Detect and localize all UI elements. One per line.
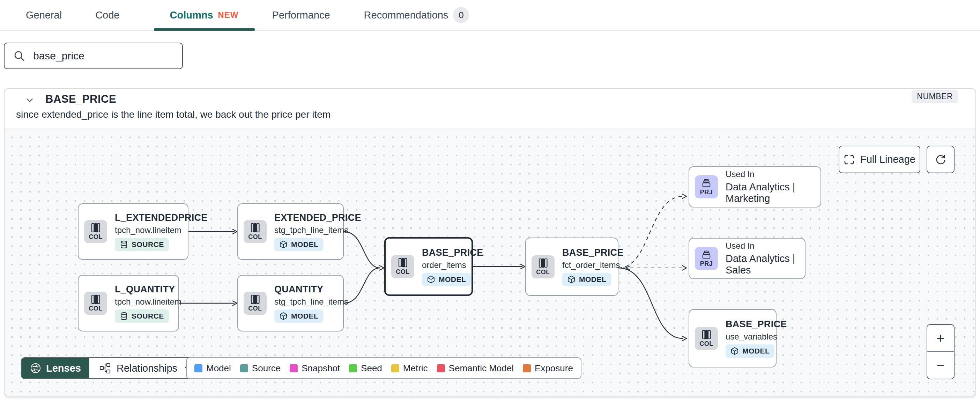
node-title: L_EXTENDEDPRICE — [115, 212, 208, 223]
lineage-node-base-price-fct-order-items[interactable]: COL BASE_PRICE fct_order_items MODEL — [525, 238, 619, 296]
columns-icon — [398, 257, 408, 268]
node-title: EXTENDED_PRICE — [274, 212, 361, 223]
node-title: BASE_PRICE — [422, 247, 484, 258]
node-title: BASE_PRICE — [562, 247, 624, 258]
node-body: Used In Data Analytics | Marketing — [725, 169, 821, 204]
legend-label: Source — [252, 363, 281, 374]
search-input[interactable] — [33, 50, 174, 62]
cube-icon — [279, 240, 288, 249]
chip-label: COL — [699, 340, 713, 348]
column-chip: COL — [695, 327, 718, 350]
node-body: Used In Data Analytics | Sales — [725, 241, 805, 276]
chip-label: COL — [89, 305, 103, 312]
resource-badge-label: MODEL — [579, 275, 606, 284]
column-search-box[interactable] — [4, 43, 183, 69]
resource-badge: SOURCE — [115, 238, 169, 251]
search-icon — [13, 50, 25, 62]
cube-icon — [427, 275, 435, 284]
lineage-node-base-price-order-items[interactable]: COL BASE_PRICE order_items MODEL — [384, 237, 473, 296]
project-stack-icon — [701, 249, 712, 260]
legend-swatch-seed — [349, 364, 357, 372]
project-name: Data Analytics | Sales — [725, 253, 799, 276]
collapse-chevron-icon[interactable] — [24, 95, 35, 105]
columns-icon — [91, 222, 101, 233]
legend-label: Seed — [361, 363, 382, 374]
tab-general[interactable]: General — [26, 0, 62, 30]
lineage-node-used-in-sales[interactable]: PRJ Used In Data Analytics | Sales — [689, 238, 805, 279]
resource-badge: MODEL — [422, 273, 471, 286]
columns-icon — [250, 294, 260, 305]
refresh-icon — [935, 154, 947, 166]
lineage-node-l-extendedprice[interactable]: COL L_EXTENDEDPRICE tpch_now.lineitem — [78, 203, 188, 260]
columns-icon — [538, 258, 548, 268]
tab-code[interactable]: Code — [95, 0, 119, 30]
tab-columns-label: Columns — [170, 10, 213, 21]
project-stack-icon — [701, 178, 712, 188]
column-panel: BASE_PRICE NUMBER since extended_price i… — [4, 88, 976, 396]
node-body: L_QUANTITY tpch_now.lineitem SOURCE — [115, 284, 188, 323]
database-icon — [120, 240, 128, 249]
columns-lineage-page: General Code Columns NEW Performance Rec… — [0, 0, 980, 401]
relationships-graph-icon — [99, 362, 111, 374]
lineage-node-extended-price[interactable]: COL EXTENDED_PRICE stg_tpch_line_items M… — [237, 203, 344, 260]
project-chip: PRJ — [695, 175, 718, 198]
cube-icon — [567, 275, 576, 284]
lineage-node-l-quantity[interactable]: COL L_QUANTITY tpch_now.lineitem — [78, 275, 179, 331]
tab-recommendations[interactable]: Recommendations 0 — [364, 0, 469, 30]
tab-performance[interactable]: Performance — [272, 0, 330, 30]
lineage-node-used-in-marketing[interactable]: PRJ Used In Data Analytics | Marketing — [689, 166, 821, 208]
tab-bar: General Code Columns NEW Performance Rec… — [0, 0, 980, 31]
refresh-button[interactable] — [927, 145, 955, 173]
chip-label: PRJ — [700, 189, 713, 196]
lineage-node-quantity[interactable]: COL QUANTITY stg_tpch_line_items MODEL — [237, 275, 344, 331]
resource-badge: MODEL — [725, 344, 775, 358]
resource-type-legend: Model Source Snapshot Seed Metric — [186, 357, 581, 379]
resource-badge-label: SOURCE — [132, 312, 164, 320]
lenses-button[interactable]: Lenses — [22, 358, 89, 378]
tab-performance-label: Performance — [272, 10, 330, 21]
relationships-label: Relationships — [116, 363, 177, 374]
chip-label: COL — [248, 305, 262, 312]
relationships-dropdown[interactable]: Relationships — [89, 358, 202, 378]
column-chip: COL — [84, 220, 107, 243]
used-in-label: Used In — [725, 169, 754, 179]
cube-icon — [730, 347, 739, 355]
used-in-label: Used In — [725, 241, 754, 251]
tab-columns[interactable]: Columns NEW — [154, 0, 255, 30]
new-badge: NEW — [218, 10, 239, 20]
tab-recommendations-label: Recommendations — [364, 10, 449, 21]
zoom-in-button[interactable]: + — [927, 325, 954, 352]
legend-item-source: Source — [240, 363, 281, 374]
legend-label: Metric — [403, 363, 428, 374]
tab-general-label: General — [26, 10, 62, 21]
chip-label: COL — [89, 233, 103, 241]
resource-badge-label: MODEL — [439, 275, 466, 284]
legend-item-model: Model — [194, 363, 231, 374]
zoom-out-button[interactable]: − — [927, 352, 954, 379]
column-chip: COL — [531, 256, 555, 278]
zoom-controls: + − — [927, 324, 955, 379]
chip-label: COL — [248, 233, 262, 241]
node-title: BASE_PRICE — [725, 319, 787, 330]
lineage-node-base-price-use-variables[interactable]: COL BASE_PRICE use_variables MODEL — [689, 309, 776, 367]
node-body: BASE_PRICE fct_order_items MODEL — [562, 247, 630, 286]
lineage-canvas[interactable]: COL L_EXTENDEDPRICE tpch_now.lineitem — [5, 129, 975, 396]
recommendations-count-badge: 0 — [453, 7, 469, 23]
resource-badge-label: MODEL — [742, 347, 770, 355]
project-chip: PRJ — [695, 247, 718, 270]
resource-badge: MODEL — [562, 273, 611, 286]
node-subtitle: order_items — [422, 260, 466, 270]
node-subtitle: stg_tpch_line_items — [274, 297, 348, 307]
active-tab-underline — [154, 28, 255, 31]
full-lineage-label: Full Lineage — [860, 154, 915, 165]
node-body: EXTENDED_PRICE stg_tpch_line_items MODEL — [274, 212, 368, 251]
legend-item-metric: Metric — [391, 363, 428, 374]
legend-label: Model — [206, 363, 231, 374]
column-chip: COL — [84, 292, 107, 315]
cube-icon — [279, 312, 288, 320]
full-lineage-button[interactable]: Full Lineage — [838, 145, 920, 173]
legend-label: Exposure — [535, 363, 573, 374]
expand-icon — [843, 154, 855, 165]
chip-label: PRJ — [700, 260, 713, 268]
node-subtitle: stg_tpch_line_items — [274, 225, 348, 235]
